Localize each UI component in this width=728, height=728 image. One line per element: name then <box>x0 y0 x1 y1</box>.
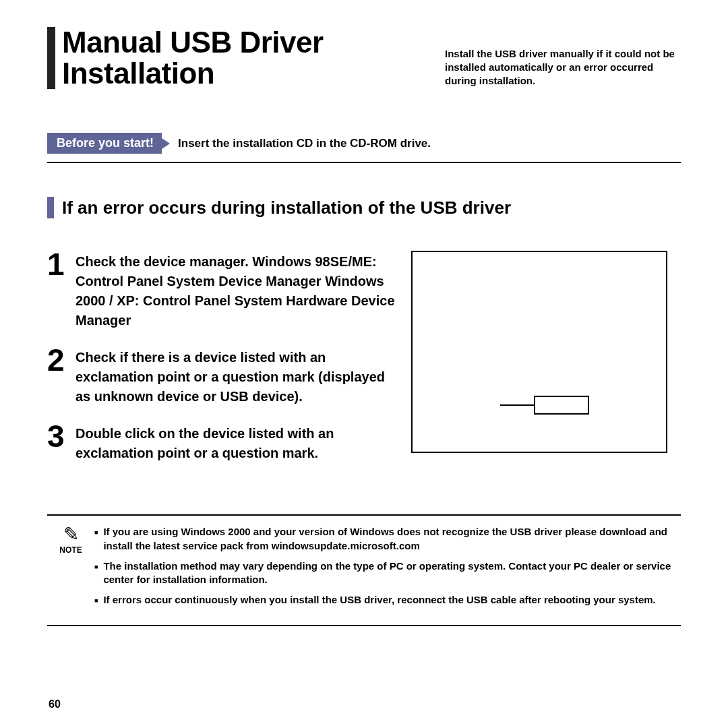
note-item: The installation method may vary dependi… <box>94 559 681 587</box>
step-number: 2 <box>47 346 75 374</box>
section-accent-bar <box>47 197 54 218</box>
note-text: The installation method may vary dependi… <box>103 559 681 587</box>
page-title: Manual USB Driver Installation <box>62 27 439 89</box>
note-icon: ✎ NOTE <box>47 525 94 555</box>
pencil-icon: ✎ <box>47 525 94 544</box>
callout-box <box>534 396 589 415</box>
step-number: 1 <box>47 251 75 278</box>
note-label: NOTE <box>47 545 94 555</box>
step-text: Check if there is a device listed with a… <box>75 346 398 406</box>
step-text: Double click on the device listed with a… <box>75 423 398 463</box>
step-number: 3 <box>47 423 75 450</box>
note-text: If errors occur continuously when you in… <box>103 593 655 607</box>
page-subtitle: Install the USB driver manually if it co… <box>445 47 681 90</box>
before-you-start-row: Before you start! Insert the installatio… <box>47 133 681 163</box>
step-text: Check the device manager. Windows 98SE/M… <box>75 251 398 330</box>
step-1: 1 Check the device manager. Windows 98SE… <box>47 251 398 330</box>
step-3: 3 Double click on the device listed with… <box>47 423 398 463</box>
note-item: If you are using Windows 2000 and your v… <box>94 525 681 553</box>
section-heading-text: If an error occurs during installation o… <box>62 198 511 218</box>
page-number: 60 <box>49 698 61 710</box>
header-bar: Manual USB Driver Installation Install t… <box>47 27 681 89</box>
note-items: If you are using Windows 2000 and your v… <box>94 525 681 613</box>
steps-list: 1 Check the device manager. Windows 98SE… <box>47 251 398 479</box>
screenshot-placeholder <box>411 251 667 453</box>
callout-line <box>500 404 534 406</box>
before-text: Insert the installation CD in the CD-ROM… <box>178 137 431 150</box>
note-text: If you are using Windows 2000 and your v… <box>103 525 681 553</box>
section-heading: If an error occurs during installation o… <box>47 197 681 218</box>
before-badge: Before you start! <box>47 133 162 154</box>
step-2: 2 Check if there is a device listed with… <box>47 346 398 406</box>
note-block: ✎ NOTE If you are using Windows 2000 and… <box>47 514 681 626</box>
note-item: If errors occur continuously when you in… <box>94 593 681 607</box>
